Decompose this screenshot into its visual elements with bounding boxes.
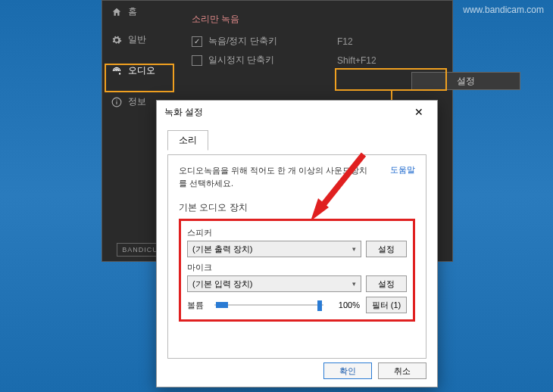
hotkey-pause-row: 일시정지 단축키 Shift+F12 <box>192 54 439 67</box>
section-title: 소리만 녹음 <box>192 13 439 26</box>
ok-button[interactable]: 확인 <box>323 362 372 379</box>
chevron-down-icon: ▾ <box>352 280 356 288</box>
slider-fill-start <box>216 302 228 308</box>
svg-point-0 <box>119 73 120 74</box>
svg-rect-2 <box>116 101 117 104</box>
hotkey-record-label: 녹음/정지 단축키 <box>208 35 337 48</box>
mic-settings-button[interactable]: 설정 <box>366 275 407 292</box>
hotkey-pause-label: 일시정지 단축키 <box>208 54 337 67</box>
sidebar-label-general: 일반 <box>128 33 146 46</box>
sidebar-label-home: 홈 <box>128 5 137 18</box>
sidebar-item-home[interactable]: 홈 <box>102 1 178 26</box>
cancel-button[interactable]: 취소 <box>378 362 426 379</box>
dialog-title: 녹화 설정 <box>164 106 203 119</box>
filter-button[interactable]: 필터 (1) <box>366 297 407 313</box>
speaker-label: 스피커 <box>187 227 407 238</box>
default-audio-group-title: 기본 오디오 장치 <box>179 201 415 214</box>
slider-thumb[interactable] <box>317 300 322 311</box>
dialog-body: 소리 오디오녹음을 위해 적어도 한 개 이상의 사운드장치를 선택하세요. 도… <box>157 123 437 359</box>
sidebar-label-audio: 오디오 <box>128 64 155 77</box>
settings-button[interactable]: 설정 <box>411 72 520 90</box>
tab-sound[interactable]: 소리 <box>167 130 208 151</box>
gear-icon <box>111 35 122 45</box>
sidebar-label-info: 정보 <box>128 95 146 108</box>
sidebar-item-general[interactable]: 일반 <box>102 26 178 54</box>
hotkey-pause-value: Shift+F12 <box>337 55 376 66</box>
highlight-audio-devices: 스피커 (기본 출력 장치) ▾ 설정 마이크 (기본 입력 장치) ▾ 설정 <box>179 219 415 322</box>
dialog-description: 오디오녹음을 위해 적어도 한 개 이상의 사운드장치를 선택하세요. <box>179 164 368 189</box>
speaker-dropdown-value: (기본 출력 장치) <box>192 244 252 255</box>
help-link[interactable]: 도움말 <box>390 164 415 176</box>
chevron-down-icon: ▾ <box>352 245 356 253</box>
volume-label: 볼륨 <box>187 300 208 311</box>
sidebar-item-audio[interactable]: 오디오 <box>102 54 178 88</box>
volume-value: 100% <box>330 300 360 310</box>
hotkey-record-row: ✓ 녹음/정지 단축키 F12 <box>192 35 439 48</box>
tab-row: 소리 <box>167 129 426 150</box>
audio-icon <box>111 66 122 76</box>
home-icon <box>111 7 122 17</box>
slider-track <box>214 304 323 306</box>
info-icon <box>111 97 122 107</box>
dialog-title-bar: 녹화 설정 ✕ <box>157 101 437 123</box>
hotkey-record-checkbox[interactable]: ✓ <box>192 36 202 47</box>
hotkey-pause-checkbox[interactable] <box>192 55 202 66</box>
mic-dropdown-value: (기본 입력 장치) <box>192 278 252 290</box>
dialog-footer: 확인 취소 <box>323 362 426 379</box>
dialog-close-button[interactable]: ✕ <box>408 103 430 121</box>
speaker-settings-button[interactable]: 설정 <box>366 241 407 257</box>
svg-rect-3 <box>116 99 117 100</box>
speaker-dropdown[interactable]: (기본 출력 장치) ▾ <box>187 241 361 257</box>
recording-settings-dialog: 녹화 설정 ✕ 소리 오디오녹음을 위해 적어도 한 개 이상의 사운드장치를 … <box>156 100 438 387</box>
mic-dropdown[interactable]: (기본 입력 장치) ▾ <box>187 275 361 292</box>
tab-content: 오디오녹음을 위해 적어도 한 개 이상의 사운드장치를 선택하세요. 도움말 … <box>167 154 426 359</box>
watermark-text: www.bandicam.com <box>463 5 544 15</box>
mic-label: 마이크 <box>187 262 407 273</box>
hotkey-record-value: F12 <box>337 36 353 47</box>
volume-slider[interactable] <box>214 300 323 310</box>
